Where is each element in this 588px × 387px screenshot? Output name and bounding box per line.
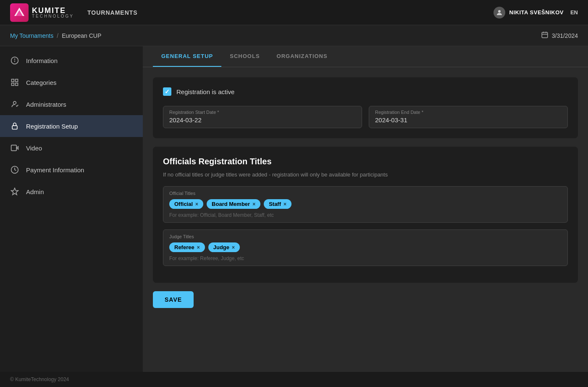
administrators-icon (10, 100, 19, 108)
svg-rect-12 (12, 83, 14, 86)
user-name: NIKITA SVEŠNIKOV (509, 9, 564, 16)
date-display: 3/31/2024 (541, 31, 578, 40)
main-layout: Information Categories Ad (0, 46, 588, 372)
sidebar-item-registration-setup[interactable]: Registration Setup (0, 115, 143, 137)
sidebar-label-payment-information: Payment Information (26, 166, 84, 174)
start-date-value: 2024-03-22 (169, 116, 356, 124)
tag-staff[interactable]: Staff × (264, 199, 291, 209)
svg-rect-16 (11, 145, 17, 150)
sidebar-item-categories[interactable]: Categories (0, 71, 143, 93)
official-tags-row: Official × Board Member × Staff × (169, 199, 562, 209)
info-icon (10, 56, 19, 65)
tag-official-close-icon[interactable]: × (195, 201, 198, 207)
officials-registration-card: Officials Registration Titles If no offi… (153, 147, 578, 283)
officials-title: Officials Registration Titles (163, 157, 568, 166)
sidebar-label-information: Information (26, 57, 58, 64)
sidebar-label-categories: Categories (26, 79, 57, 86)
tag-board-member-label: Board Member (212, 201, 250, 207)
svg-rect-3 (542, 32, 548, 38)
judge-titles-label: Judge Titles (169, 234, 562, 239)
admin-icon (10, 187, 19, 196)
lock-icon (10, 122, 19, 130)
tab-general-setup[interactable]: GENERAL SETUP (153, 46, 221, 67)
sidebar-label-admin: Admin (26, 188, 44, 195)
user-avatar-icon (494, 7, 505, 18)
svg-rect-10 (12, 79, 14, 82)
sidebar-label-registration-setup: Registration Setup (26, 123, 78, 130)
save-button[interactable]: SAVE (153, 291, 194, 308)
tabs-bar: GENERAL SETUP SCHOOLS ORGANIZATIONS (143, 46, 588, 67)
breadcrumb: My Tournaments / European CUP (10, 32, 101, 39)
tab-schools[interactable]: SCHOOLS (221, 46, 268, 67)
tag-referee-label: Referee (174, 244, 194, 250)
svg-rect-15 (12, 126, 17, 129)
official-titles-field: Official Titles Official × Board Member … (163, 186, 568, 223)
registration-active-row: ✓ Registration is active (163, 87, 568, 96)
sidebar-item-admin[interactable]: Admin (0, 181, 143, 203)
tag-referee[interactable]: Referee × (169, 242, 205, 252)
tab-organizations[interactable]: ORGANIZATIONS (268, 46, 336, 67)
nav-tournaments[interactable]: TOURNAMENTS (87, 9, 138, 16)
tag-judge-label: Judge (213, 244, 229, 250)
video-icon (10, 144, 19, 152)
categories-icon (10, 78, 19, 87)
content: GENERAL SETUP SCHOOLS ORGANIZATIONS ✓ Re… (143, 46, 588, 372)
header-right: NIKITA SVEŠNIKOV EN (494, 7, 578, 18)
breadcrumb-separator: / (57, 32, 58, 39)
judge-titles-hint: For example: Referee, Judge, etc (169, 255, 562, 261)
registration-end-date-field[interactable]: Registration End Date * 2024-03-31 (369, 106, 568, 128)
svg-point-2 (498, 10, 501, 13)
footer-copyright: © KumiteTechnology 2024 (10, 376, 69, 382)
footer: © KumiteTechnology 2024 (0, 372, 588, 387)
language-button[interactable]: EN (570, 9, 578, 16)
officials-description: If no official titles or judge titles we… (163, 171, 568, 178)
tag-board-member-close-icon[interactable]: × (252, 201, 255, 207)
checkmark-icon: ✓ (165, 88, 170, 95)
svg-point-14 (13, 101, 16, 104)
header: KUMITE TECHNOLOGY TOURNAMENTS NIKITA SVE… (0, 0, 588, 25)
tag-official-label: Official (174, 201, 193, 207)
breadcrumb-link-tournaments[interactable]: My Tournaments (10, 32, 53, 39)
tag-referee-close-icon[interactable]: × (197, 245, 200, 250)
judge-tags-row: Referee × Judge × (169, 242, 562, 252)
sidebar-label-administrators: Administrators (26, 101, 66, 108)
official-titles-label: Official Titles (169, 191, 562, 196)
svg-rect-13 (16, 83, 18, 86)
end-date-label: Registration End Date * (375, 110, 562, 115)
registration-active-checkbox[interactable]: ✓ (163, 87, 171, 96)
registration-start-date-field[interactable]: Registration Start Date * 2024-03-22 (163, 106, 362, 128)
sidebar-item-information[interactable]: Information (0, 50, 143, 71)
calendar-icon (541, 31, 549, 40)
registration-active-label: Registration is active (176, 88, 234, 95)
sidebar-item-payment-information[interactable]: Payment Information (0, 159, 143, 181)
sidebar-item-video[interactable]: Video (0, 137, 143, 159)
official-titles-hint: For example: Official, Board Member, Sta… (169, 212, 562, 218)
logo-name: KUMITE (32, 7, 74, 14)
sidebar: Information Categories Ad (0, 46, 143, 372)
content-area: ✓ Registration is active Registration St… (143, 67, 588, 318)
svg-marker-19 (11, 188, 18, 195)
sidebar-item-administrators[interactable]: Administrators (0, 93, 143, 115)
svg-rect-11 (16, 79, 18, 82)
breadcrumb-bar: My Tournaments / European CUP 3/31/2024 (0, 25, 588, 46)
end-date-value: 2024-03-31 (375, 116, 562, 124)
sidebar-label-video: Video (26, 145, 42, 152)
date-fields-row: Registration Start Date * 2024-03-22 Reg… (163, 106, 568, 128)
registration-active-card: ✓ Registration is active Registration St… (153, 77, 578, 138)
start-date-label: Registration Start Date * (169, 110, 356, 115)
header-left: KUMITE TECHNOLOGY TOURNAMENTS (10, 3, 138, 22)
tag-judge-close-icon[interactable]: × (232, 245, 235, 250)
logo: KUMITE TECHNOLOGY (10, 3, 74, 22)
tag-official[interactable]: Official × (169, 199, 203, 209)
payment-icon (10, 166, 19, 174)
breadcrumb-date: 3/31/2024 (552, 32, 578, 39)
judge-titles-field: Judge Titles Referee × Judge × For examp… (163, 229, 568, 266)
user-info: NIKITA SVEŠNIKOV (494, 7, 564, 18)
logo-subtitle: TECHNOLOGY (32, 14, 74, 18)
tag-staff-close-icon[interactable]: × (284, 201, 286, 207)
breadcrumb-current: European CUP (62, 32, 101, 39)
tag-board-member[interactable]: Board Member × (207, 199, 260, 209)
tag-staff-label: Staff (269, 201, 281, 207)
logo-text: KUMITE TECHNOLOGY (32, 7, 74, 18)
tag-judge[interactable]: Judge × (208, 242, 240, 252)
